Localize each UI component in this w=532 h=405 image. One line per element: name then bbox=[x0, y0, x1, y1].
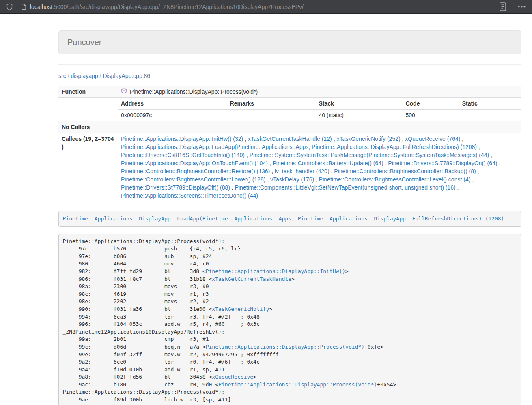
shield-icon[interactable] bbox=[6, 3, 13, 11]
function-label: Function bbox=[58, 86, 118, 98]
callee-link[interactable]: Pinetime::Components::LittleVgl::SetNewT… bbox=[235, 184, 456, 191]
callee-separator: , bbox=[477, 144, 480, 150]
callees-cell: Pinetime::Applications::DisplayApp::Init… bbox=[118, 133, 521, 202]
disasm-symbol-link[interactable]: Pinetime::Applications::DisplayApp::Init… bbox=[206, 268, 345, 274]
callee-separator: , bbox=[489, 152, 492, 158]
callee-link[interactable]: Pinetime::Applications::DisplayApp::Load… bbox=[121, 144, 477, 150]
callee-separator: , bbox=[470, 176, 474, 183]
callee-link[interactable]: xTaskGetCurrentTaskHandle (12) bbox=[248, 136, 332, 142]
toolbar-separator bbox=[17, 3, 17, 11]
callee-separator: , bbox=[383, 160, 388, 166]
callee-link[interactable]: Pinetime::Controllers::BrightnessControl… bbox=[121, 176, 265, 183]
disasm-symbol-link[interactable]: Pinetime::Applications::DisplayApp::Proc… bbox=[218, 381, 377, 388]
callees-row: Callees (19, Σ=3704 ) Pinetime::Applicat… bbox=[58, 133, 521, 202]
page-header: Puncover bbox=[58, 30, 521, 54]
callee-link[interactable]: Pinetime::Drivers::St7789::DisplayOn() (… bbox=[388, 160, 497, 166]
callee-link[interactable]: Pinetime::Applications::DisplayApp::Init… bbox=[121, 136, 243, 142]
overflow-menu-icon[interactable] bbox=[516, 5, 527, 9]
highlighted-callee-link[interactable]: Pinetime::Applications::DisplayApp::Load… bbox=[63, 215, 504, 222]
stack-value: 40 (static) bbox=[316, 110, 403, 121]
url-bar[interactable]: localhost:5000/path/src/displayapp/Displ… bbox=[30, 4, 498, 10]
static-value bbox=[459, 110, 521, 121]
caller-highlight-box: Pinetime::Applications::DisplayApp::Load… bbox=[58, 211, 521, 227]
callee-separator: , bbox=[270, 168, 275, 174]
callees-label: Callees (19, Σ=3704 ) bbox=[58, 133, 118, 202]
disasm-symbol-link[interactable]: xTaskGetCurrentTaskHandle bbox=[212, 276, 291, 282]
package-icon bbox=[121, 88, 127, 96]
browser-toolbar: localhost:5000/path/src/displayapp/Displ… bbox=[0, 0, 532, 14]
reader-view-icon[interactable] bbox=[498, 2, 508, 12]
breadcrumb-line-number: :86 bbox=[142, 73, 150, 79]
no-callers-row: No Callers bbox=[58, 121, 521, 133]
disasm-symbol-link[interactable]: Pinetime::Applications::DisplayApp::Proc… bbox=[206, 344, 364, 350]
breadcrumb: src/displayapp/DisplayApp.cpp:86 bbox=[58, 72, 521, 80]
stats-table: Address Remarks Stack Code Static 0x0000… bbox=[118, 98, 521, 121]
callee-separator: , bbox=[230, 184, 235, 191]
stats-values-row: 0x0000097c 40 (static) 500 bbox=[118, 110, 521, 121]
callee-link[interactable]: Pinetime::Applications::Screens::Timer::… bbox=[121, 192, 258, 199]
column-header-remarks: Remarks bbox=[227, 98, 316, 110]
disassembly-block: Pinetime::Applications::DisplayApp::Proc… bbox=[58, 234, 521, 405]
breadcrumb-link-displayapp[interactable]: displayapp bbox=[71, 73, 98, 79]
callee-link[interactable]: Pinetime::Controllers::BrightnessControl… bbox=[334, 168, 476, 174]
callee-separator: , bbox=[268, 160, 273, 166]
remarks-value bbox=[227, 110, 316, 121]
column-header-static: Static bbox=[459, 98, 521, 110]
disasm-symbol-link[interactable]: xTaskGenericNotify bbox=[212, 306, 269, 312]
callee-link[interactable]: vTaskDelay (176) bbox=[270, 176, 314, 183]
column-header-address: Address bbox=[118, 98, 227, 110]
column-header-code: Code bbox=[402, 98, 459, 110]
callee-link[interactable]: Pinetime::Controllers::Battery::Update()… bbox=[273, 160, 383, 166]
callee-separator: , bbox=[460, 136, 463, 142]
breadcrumb-link-src[interactable]: src bbox=[58, 73, 66, 79]
callee-separator: , bbox=[314, 176, 319, 183]
breadcrumb-link-file[interactable]: DisplayApp.cpp bbox=[103, 73, 142, 79]
toolbar-separator bbox=[512, 3, 512, 11]
callee-link[interactable]: Pinetime::Drivers::Cst816S::GetTouchInfo… bbox=[121, 152, 245, 158]
page-title: Puncover bbox=[67, 38, 513, 47]
callee-link[interactable]: Pinetime::Drivers::St7789::DisplayOff() … bbox=[121, 184, 230, 191]
no-callers-label: No Callers bbox=[58, 121, 118, 133]
callee-separator: , bbox=[332, 136, 337, 142]
address-value: 0x0000097c bbox=[118, 110, 227, 121]
callee-separator: , bbox=[330, 168, 334, 174]
function-stats-row: Address Remarks Stack Code Static 0x0000… bbox=[58, 98, 521, 121]
function-row: Function Pinetime::Applications::Display… bbox=[58, 86, 521, 98]
callee-link[interactable]: Pinetime::Applications::DisplayApp::OnTo… bbox=[121, 160, 268, 166]
breadcrumb-separator: / bbox=[66, 73, 71, 79]
callee-separator: , bbox=[243, 136, 248, 142]
callee-separator: , bbox=[498, 160, 501, 166]
callee-separator: , bbox=[401, 136, 405, 142]
callee-link[interactable]: lv_task_handler (420) bbox=[275, 168, 330, 174]
callee-link[interactable]: xTaskGenericNotify (252) bbox=[336, 136, 400, 142]
callee-separator: , bbox=[476, 168, 479, 174]
function-name: Pinetime::Applications::DisplayApp::Proc… bbox=[130, 88, 258, 96]
header-divider bbox=[58, 64, 521, 65]
page-icon[interactable] bbox=[21, 4, 26, 10]
callee-separator: , bbox=[265, 176, 270, 183]
callee-link[interactable]: Pinetime::Controllers::BrightnessControl… bbox=[319, 176, 470, 183]
url-path: :5000/path/src/displayapp/DisplayApp.cpp… bbox=[52, 4, 304, 10]
code-value: 500 bbox=[402, 110, 459, 121]
callee-separator: , bbox=[245, 152, 250, 158]
callee-link[interactable]: Pinetime::System::SystemTask::PushMessag… bbox=[250, 152, 489, 158]
page-container: Puncover src/displayapp/DisplayApp.cpp:8… bbox=[58, 30, 521, 405]
callee-link[interactable]: Pinetime::Controllers::BrightnessControl… bbox=[121, 168, 270, 174]
function-table: Function Pinetime::Applications::Display… bbox=[58, 86, 521, 201]
callee-link[interactable]: xQueueReceive (764) bbox=[405, 136, 460, 142]
callee-separator: , bbox=[456, 184, 459, 191]
url-host: localhost bbox=[30, 4, 52, 10]
breadcrumb-separator: / bbox=[98, 73, 103, 79]
column-header-stack: Stack bbox=[316, 98, 403, 110]
disasm-symbol-link[interactable]: xQueueReceive bbox=[212, 374, 253, 380]
